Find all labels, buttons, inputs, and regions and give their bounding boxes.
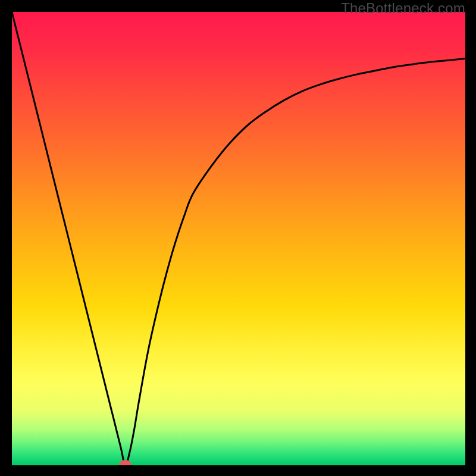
- watermark-text: TheBottleneck.com: [341, 0, 465, 17]
- bottleneck-chart: [12, 12, 465, 465]
- gradient-background: [12, 12, 465, 465]
- chart-frame: [12, 12, 465, 465]
